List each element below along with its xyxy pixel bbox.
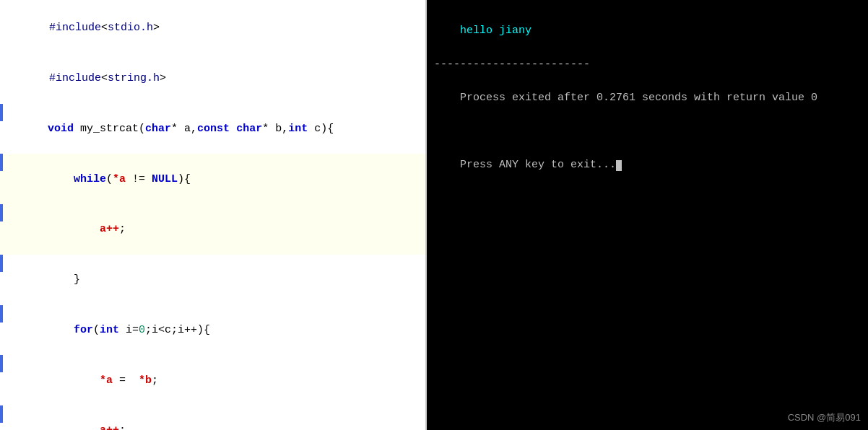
code-line-5: a++; (0, 204, 425, 255)
code-line-2: #include<string.h> (0, 53, 425, 104)
line-content-8: *a = *b; (3, 355, 425, 405)
line-content-9: a++; (3, 405, 425, 430)
line-content-5: a++; (3, 204, 425, 255)
terminal-output-line1: hello jiany (434, 6, 861, 56)
code-line-9: a++; (0, 405, 425, 430)
line-content-4: while(*a != NULL){ (3, 154, 425, 204)
line-content-7: for(int i=0;i<c;i++){ (3, 305, 425, 356)
watermark-text: CSDN @简易091 (788, 411, 861, 424)
code-line-3: void my_strcat(char* a,const char* b,int… (0, 104, 425, 154)
code-editor: #include<stdio.h> #include<string.h> voi… (0, 0, 425, 430)
include-keyword: #include (49, 22, 101, 34)
code-line-1: #include<stdio.h> (0, 3, 425, 53)
line-content-3: void my_strcat(char* a,const char* b,int… (3, 104, 425, 154)
terminal-cursor (616, 160, 622, 171)
terminal-divider-line: ------------------------ (434, 56, 861, 73)
line-content-1: #include<stdio.h> (4, 3, 425, 53)
terminal-process-line: Process exited after 0.2761 seconds with… (434, 73, 861, 123)
code-line-7: for(int i=0;i<c;i++){ (0, 305, 425, 356)
code-line-4: while(*a != NULL){ (0, 154, 425, 204)
terminal-press-any-key: Press ANY key to exit... (434, 140, 861, 190)
line-content-6: } (3, 255, 425, 305)
terminal-output: hello jiany ------------------------ Pro… (427, 0, 868, 430)
code-line-6: } (0, 255, 425, 305)
line-content-2: #include<string.h> (4, 53, 425, 104)
code-line-8: *a = *b; (0, 355, 425, 405)
terminal-blank-line (434, 123, 861, 140)
